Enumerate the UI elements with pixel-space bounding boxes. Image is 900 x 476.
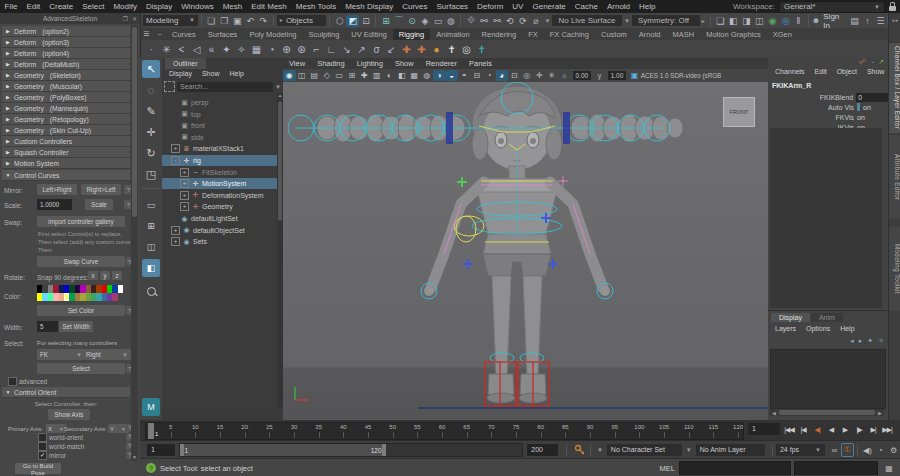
section-geometry-polyboxes[interactable]: ▶Geometry(PolyBoxes) [2,92,130,103]
geodesic-voxel-bind-icon[interactable]: ⊕ [279,42,294,57]
gate-mask-icon[interactable]: ◧ [396,70,409,81]
menu-curves[interactable]: Curves [398,2,432,11]
bind-skin-icon[interactable]: ▦ [249,42,264,57]
move-layer-down-icon[interactable]: ▸ [859,337,863,345]
step-back-frame-button[interactable]: ◀| [810,423,824,437]
slider-handle[interactable] [857,103,860,111]
shelf-tab-xgen[interactable]: XGen [767,29,798,40]
ipr-render-icon[interactable]: ◨ [740,15,753,27]
character-definition-icon[interactable]: ● [429,42,444,57]
orient-constraint-icon[interactable]: ↘ [339,42,354,57]
outliner-item-side[interactable]: ▣side [162,132,286,143]
shelf-tab-surfaces[interactable]: Surfaces [202,29,244,40]
auto-keyframe-icon[interactable]: ⚿ [841,443,854,457]
character-set-key-icon[interactable] [575,444,584,456]
outliner-menu-show[interactable]: Show [198,70,224,77]
color-swatch[interactable] [118,285,123,293]
scroll-down-arrow-icon[interactable]: ▼ [131,454,138,460]
outliner-item-defaultobjectset[interactable]: +◉defaultObjectSet [162,225,286,236]
section-squash-controller[interactable]: ▶Squash Controller [2,147,130,158]
output-connection-icon[interactable]: ⚯ [490,15,503,27]
paint-select-tool[interactable]: ✎ [142,102,160,120]
shelf-tab-curves[interactable]: Curves [166,29,202,40]
outliner-item-materialxstack1[interactable]: +≣materialXStack1 [162,143,286,154]
safe-action-icon[interactable]: ◍ [421,70,434,81]
go-to-build-pose-button[interactable]: Go to Build Pose [15,463,61,474]
menu-help[interactable]: Help [635,2,660,11]
attr-value[interactable]: on [857,103,885,111]
outliner-search[interactable]: Search... ▼ [164,81,281,92]
input-operations-icon[interactable]: ⟐ [464,15,477,27]
ik-spline-handle-icon[interactable]: ◁ [189,42,204,57]
menu-modify[interactable]: Modify [109,2,142,11]
layer-tab-display[interactable]: Display [771,313,810,322]
checkbox-world-match[interactable] [38,442,47,451]
bookmark-view-icon[interactable]: ◇ [321,70,334,81]
hypershade-icon[interactable]: ◉ [766,15,779,27]
scale-tool[interactable]: ◳ [142,165,160,183]
viewport-menu-shading[interactable]: Shading [311,59,351,68]
shelf-tab-rigging[interactable]: Rigging [393,29,430,40]
layer-menu-help[interactable]: Help [836,325,858,332]
go-to-start-button[interactable]: |◀◀ [782,423,796,437]
set-width-button[interactable]: Set Width [59,321,93,332]
shelf-tab-poly-modeling[interactable]: Poly Modeling [243,29,302,40]
section-geometry-mannequin[interactable]: ▶Geometry(Mannequin) [2,103,130,114]
scrollbar-thumb[interactable] [132,27,137,217]
snap-to-view-plane-icon[interactable]: ▭ [431,15,444,27]
workspace-lock-icon[interactable] [889,6,896,11]
layer-menu-options[interactable]: Options [802,325,834,332]
scroll-left-arrow-icon[interactable]: ◀ [770,410,778,416]
menu-arnold[interactable]: Arnold [602,2,634,11]
channel-attr-auto-vis[interactable]: Auto Vison [768,102,888,112]
field-chart-icon[interactable]: ▦ [408,70,421,81]
expand-icon[interactable]: + [180,179,189,188]
outliner-item-persp[interactable]: ▣persp [162,97,286,108]
play-backwards-button[interactable]: ◀ [824,423,838,437]
use-default-material-icon[interactable]: ◔ [483,70,496,81]
menu-set-selector[interactable]: Modeling▼ [143,15,198,26]
select-button[interactable]: Select [37,363,125,374]
timeline-ruler[interactable]: 1 51015202530354045505560657075808590951… [145,422,744,440]
shadows-icon[interactable]: ◕ [496,70,509,81]
playback-range-bar[interactable]: 1 120 [180,444,385,456]
primary-axis-dropdown[interactable]: X▼ [46,424,66,433]
layer-menu-layers[interactable]: Layers [771,325,800,332]
set-color-button[interactable]: Set Color [37,305,125,316]
aim-constraint-icon[interactable]: ↗ [354,42,369,57]
shelf-tab-motion-graphics[interactable]: Motion Graphics [700,29,767,40]
film-gate-icon[interactable]: ▥ [371,70,384,81]
redo-icon[interactable]: ↷ [257,15,270,27]
secondary-axis-dropdown[interactable]: Y▼ [108,424,128,433]
open-scene-icon[interactable]: ❐ [218,15,231,27]
interactive-bind-icon[interactable]: ⊛ [294,42,309,57]
close-icon[interactable]: ✕ [132,14,137,25]
viewport-menu-lighting[interactable]: Lighting [351,59,389,68]
light-editor-icon[interactable]: ◎ [779,15,792,27]
advanced-checkbox[interactable] [8,377,17,386]
expand-icon[interactable]: + [171,237,180,246]
outliner-item-motionsystem[interactable]: +✛MotionSystem [162,178,295,189]
sidebar-grip-icon[interactable]: ◂ ▸ [889,17,900,23]
collapse-icon[interactable]: - [171,156,180,165]
layer-scrollbar[interactable]: ◀ ▶ [770,409,884,416]
section-deform-option4[interactable]: ▶Deform(option4) [2,48,130,59]
pin-channels-icon[interactable]: ☍ [859,58,866,66]
panel-titlebar[interactable]: AdvancedSkeleton ❐ ✕ [0,13,140,24]
single-pane-layout[interactable]: ▭ [142,196,160,214]
channel-menu-object[interactable]: Object [833,68,861,75]
no-history-icon[interactable]: ⌀ [529,15,542,27]
viewport-canvas[interactable]: FRONT [283,82,768,420]
channel-graph-icon[interactable]: ↗ [878,58,884,66]
channel-menu-channels[interactable]: Channels [771,68,809,75]
outliner-item-deformationsystem[interactable]: +✛DeformationSystem [162,190,295,201]
section-geometry-skin-cut-up[interactable]: ▶Geometry(Skin Cut-Up) [2,125,130,136]
filter-icon[interactable] [164,81,175,92]
new-scene-icon[interactable]: ❏ [205,15,218,27]
outliner-item-defaultlightset[interactable]: ◉defaultLightSet [162,213,286,224]
textured-icon[interactable]: ⊟ [471,70,484,81]
mel-label[interactable]: MEL [660,464,675,473]
viewport-menu-renderer[interactable]: Renderer [420,59,463,68]
outliner-menu-display[interactable]: Display [165,70,196,77]
swap-curve-button[interactable]: Swap Curve [37,256,125,267]
